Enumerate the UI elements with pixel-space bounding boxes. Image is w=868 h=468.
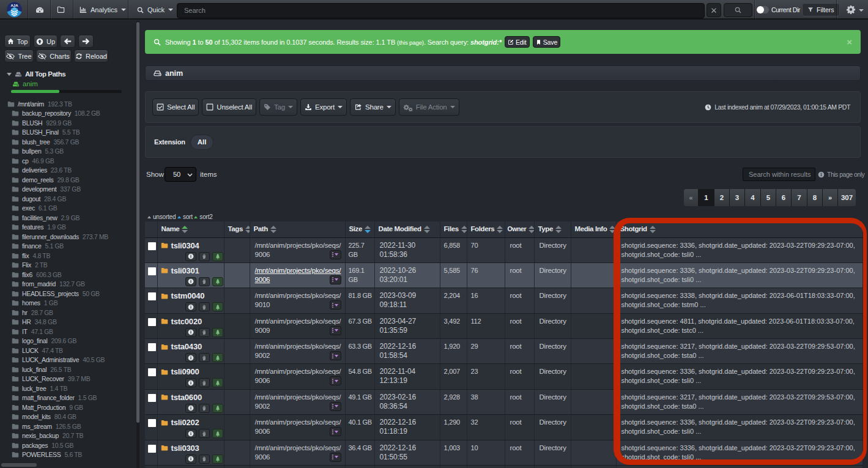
svg-text:AJA: AJA <box>10 4 18 7</box>
